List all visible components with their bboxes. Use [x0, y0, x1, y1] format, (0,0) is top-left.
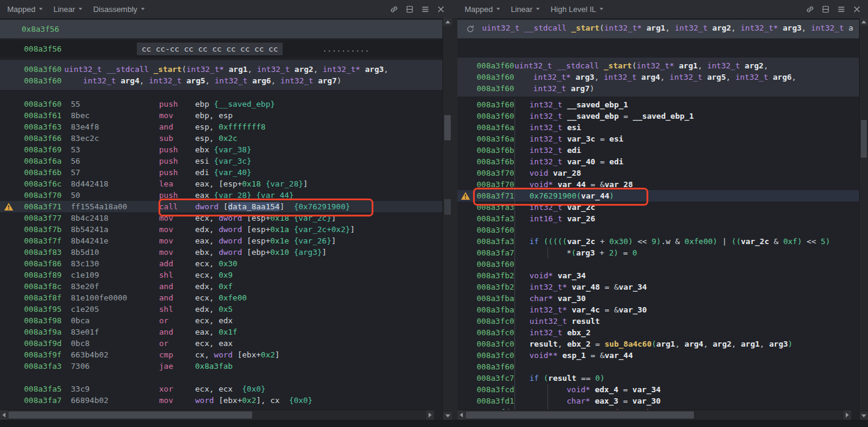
disassembly-row[interactable]: 008a3f6b57pushedi {var_40} — [0, 167, 443, 178]
disassembly-row[interactable]: 008a3f618becmovebp, esp — [0, 110, 443, 121]
disassembly-row[interactable]: 008a3f6383e4f8andesp, 0xfffffff8 — [0, 121, 443, 133]
hex-bytes-row[interactable]: 008a3f56 cc cc-cc cc cc cc cc cc cc cc .… — [0, 40, 443, 58]
disassembly-row[interactable]: 008a3fa533c9xorecx, ecx {0x0} — [0, 383, 443, 395]
hlil-row[interactable]: 008a3fb2void* var_34 — [457, 270, 860, 281]
scrollbar-thumb[interactable] — [8, 411, 252, 419]
hlil-row[interactable]: 008a3f6aint32_t esi — [457, 122, 860, 133]
link-icon[interactable] — [804, 4, 815, 14]
disassembly-row[interactable]: 008a3f6a56pushesi {var_3c} — [0, 155, 443, 167]
code-tokens: int32_t var_40 = edi — [514, 156, 860, 167]
code-tokens: int32_t __saved_ebp = __saved_ebp_1 — [514, 110, 860, 122]
disassembly-row[interactable]: 008a3f8f81e100fe0000andecx, 0xfe00 — [0, 292, 443, 303]
scrollbar-thumb[interactable] — [444, 115, 451, 140]
split-view-icon[interactable] — [820, 4, 831, 14]
hlil-row[interactable]: 008a3f60 — [457, 224, 860, 236]
layout-dropdown[interactable]: Linear — [505, 5, 545, 14]
scroll-down-arrow[interactable] — [443, 412, 452, 420]
scroll-down-arrow[interactable] — [860, 412, 868, 420]
disassembly-row[interactable]: 008a3f6055pushebp {__saved_ebp} — [0, 98, 443, 110]
hlil-row[interactable]: 008a3fd1char* eax_3 = var_30 — [457, 395, 860, 407]
disassembly-row[interactable]: 008a3f60 int32_t arg4, int32_t arg5, int… — [0, 75, 443, 86]
scroll-up-arrow[interactable] — [443, 18, 452, 26]
view-mode-dropdown[interactable]: Mapped — [0, 5, 48, 14]
code-tokens: word [ebx+0x2], cx {0x0} — [195, 395, 443, 406]
hlil-row[interactable]: 008a3fc0int32_t ebx_2 — [457, 327, 860, 338]
hlil-row[interactable]: 008a3f6bint32_t var_40 = edi — [457, 156, 860, 167]
hlil-row[interactable]: 008a3fc0void** esp_1 = &var_44 — [457, 350, 860, 361]
horizontal-scrollbar[interactable] — [457, 410, 851, 420]
disassembly-row[interactable]: 008a3f8683c130addecx, 0x30 — [0, 258, 443, 269]
disassembly-row[interactable]: 008a3f89c1e109shlecx, 0x9 — [0, 269, 443, 281]
hlil-row[interactable]: 008a3fa7*(arg3 + 2) = 0 — [457, 247, 860, 258]
disassembly-row[interactable]: 008a3f6c8d442418leaeax, [esp+0x18 {var_2… — [0, 178, 443, 190]
scroll-right-arrow[interactable] — [426, 410, 434, 420]
scroll-left-arrow[interactable] — [0, 410, 8, 420]
pane-splitter[interactable] — [452, 0, 457, 427]
disassembly-row[interactable]: 008a3f60uint32_t __stdcall _start(int32_… — [0, 64, 443, 75]
disassembly-row[interactable]: 008a3f7b8b54241amovedx, dword [esp+0x1a … — [0, 224, 443, 235]
link-icon[interactable] — [388, 4, 399, 14]
hlil-row[interactable]: 008a3f6bint32_t edi — [457, 145, 860, 156]
hlil-row[interactable]: 008a3fbaint32_t* var_4c = &var_30 — [457, 304, 860, 315]
disassembly-row[interactable]: 008a3f8c83e20fandedx, 0xf — [0, 281, 443, 292]
view-mode-dropdown[interactable]: Mapped — [457, 5, 505, 14]
disassembly-row[interactable]: 008a3f9a83e01fandeax, 0x1f — [0, 326, 443, 338]
disassembly-row[interactable]: 008a3f9d0bc8orecx, eax — [0, 338, 443, 349]
disassembly-row[interactable]: 008a3f7f8b44241emoveax, dword [esp+0x1e … — [0, 235, 443, 246]
vertical-scrollbar[interactable] — [442, 18, 452, 420]
hlil-row[interactable]: 008a3fc0result, ebx_2 = sub_8a4c60(arg1,… — [457, 338, 860, 350]
menu-icon[interactable] — [420, 4, 430, 14]
sticky-function-header[interactable]: uint32_t __stdcall _start(int32_t* arg1,… — [457, 20, 860, 38]
hlil-row[interactable]: 008a3fc7if (result == 0) — [457, 372, 860, 384]
hlil-row[interactable]: 008a3fa3if (((((var_2c + 0x30) << 9).w &… — [457, 236, 860, 247]
hlil-row[interactable]: 008a3f60 — [457, 361, 860, 372]
disassembly-row[interactable]: 008a3f7050pusheax {var_28} {var_44} — [0, 190, 443, 201]
hlil-row[interactable]: 008a3fa3int32_t var_2c — [457, 202, 860, 213]
hlil-row[interactable]: 008a3f6aint32_t var_3c = esi — [457, 133, 860, 145]
hlil-row[interactable]: 008a3f60 int32_t arg7) — [457, 83, 860, 94]
scrollbar-thumb[interactable] — [466, 411, 694, 419]
code-tokens: eax, 0x1f — [195, 326, 443, 338]
mnemonic: mov — [159, 110, 195, 121]
disassembly-row[interactable]: 008a3f6683ec2csubesp, 0x2c — [0, 133, 443, 144]
disassembly-row[interactable]: 008a3f838b5d10movebx, dword [ebp+0x10 {a… — [0, 246, 443, 258]
scroll-left-arrow[interactable] — [457, 410, 465, 420]
disassembly-row[interactable]: 008a3fa37306jae0x8a3fab — [0, 360, 443, 372]
disassembly-row[interactable] — [0, 372, 443, 383]
il-level-dropdown[interactable]: Disassembly — [88, 5, 150, 14]
hlil-row[interactable]: 008a3fb2int32_t* var_48 = &var_34 — [457, 281, 860, 293]
hlil-row[interactable]: 008a3f70void var_28 — [457, 167, 860, 179]
hlil-row[interactable]: 008a3f70void* var_44 = &var_28 — [457, 179, 860, 190]
disassembly-row[interactable]: 008a3f778b4c2418movecx, dword [esp+0x18 … — [0, 212, 443, 224]
disassembly-row[interactable]: 008a3fa766894b02movword [ebx+0x2], cx {0… — [0, 395, 443, 406]
il-level-dropdown[interactable]: High Level IL — [545, 5, 609, 14]
disassembly-row[interactable]: 008a3f71ff1554a18a00calldword [data_8aa1… — [0, 201, 443, 212]
scroll-right-arrow[interactable] — [843, 410, 851, 420]
layout-dropdown[interactable]: Linear — [48, 5, 88, 14]
close-icon[interactable] — [435, 4, 446, 14]
hlil-row[interactable]: 008a3f60int32_t __saved_ebp = __saved_eb… — [457, 110, 860, 122]
menu-icon[interactable] — [836, 4, 846, 14]
hlil-row[interactable]: 008a3fcdvoid* edx_4 = var_34 — [457, 384, 860, 395]
hlil-row[interactable]: 008a3f60int32_t __saved_ebp_1 — [457, 99, 860, 110]
pane-toolbar — [804, 4, 868, 14]
disassembly-row[interactable]: 008a3f6953pushebx {var_38} — [0, 144, 443, 155]
scrollbar-thumb[interactable] — [861, 120, 867, 158]
hlil-row[interactable]: 008a3fc0uint32_t result — [457, 315, 860, 327]
horizontal-scrollbar[interactable] — [0, 410, 434, 420]
vertical-scrollbar[interactable] — [859, 18, 868, 420]
sticky-address-header[interactable]: 0x8a3f56 — [0, 20, 443, 38]
hlil-row[interactable]: 008a3f60 int32_t* arg3, int32_t arg4, in… — [457, 71, 860, 83]
scroll-up-arrow[interactable] — [860, 18, 868, 26]
hlil-row[interactable]: 008a3f60uint32_t __stdcall _start(int32_… — [457, 60, 860, 71]
hlil-row[interactable]: 008a3f710x76291900(var_44) — [457, 190, 860, 202]
disassembly-row[interactable]: 008a3f980bcaorecx, edx — [0, 315, 443, 326]
disassembly-row[interactable]: 008a3f95c1e205shledx, 0x5 — [0, 303, 443, 315]
refresh-icon[interactable] — [466, 25, 475, 34]
hlil-row[interactable]: 008a3f60 — [457, 258, 860, 270]
hlil-row[interactable]: 008a3fa3int16_t var_26 — [457, 213, 860, 224]
split-view-icon[interactable] — [404, 4, 415, 14]
hlil-row[interactable]: 008a3fbachar* var_30 — [457, 293, 860, 304]
close-icon[interactable] — [851, 4, 862, 14]
disassembly-row[interactable]: 008a3f9f663b4b02cmpcx, word [ebx+0x2] — [0, 349, 443, 360]
